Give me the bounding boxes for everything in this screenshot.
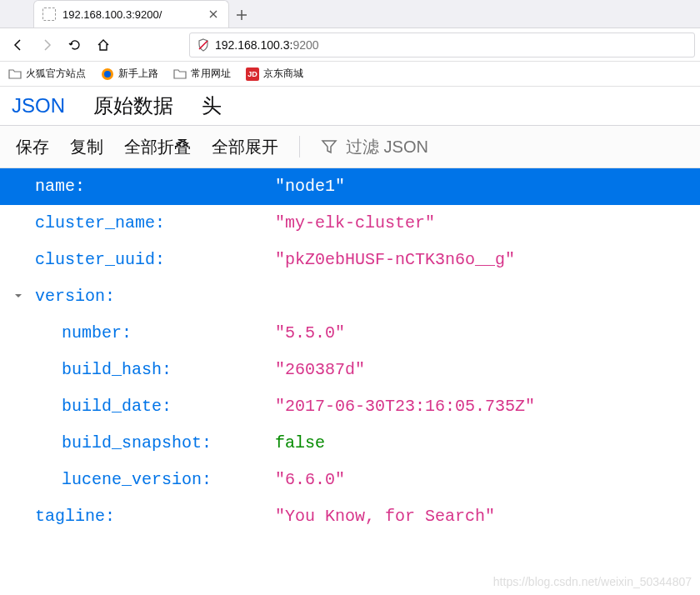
json-row[interactable]: lucene_version:"6.6.0" (0, 462, 700, 498)
chevron-down-icon[interactable] (13, 286, 23, 308)
bookmark-label: 新手上路 (118, 67, 158, 81)
tab-headers[interactable]: 头 (202, 92, 222, 119)
bookmark-item[interactable]: 新手上路 (101, 67, 158, 81)
viewer-tabs: JSON 原始数据 头 (0, 87, 700, 126)
url-text: 192.168.100.3:9200 (215, 38, 319, 52)
json-key: lucene_version: (62, 469, 275, 491)
bookmark-item[interactable]: 火狐官方站点 (8, 67, 86, 81)
json-row[interactable]: build_snapshot:false (0, 425, 700, 462)
json-row[interactable]: tagline:"You Know, for Search" (0, 498, 700, 535)
shield-icon (197, 38, 210, 52)
bookmarks-bar: 火狐官方站点 新手上路 常用网址 JD 京东商城 (0, 62, 700, 87)
json-row[interactable]: name:"node1" (0, 168, 700, 205)
json-value: "260387d" (275, 359, 365, 381)
forward-button[interactable] (33, 32, 60, 58)
json-key: build_hash: (62, 359, 275, 381)
json-row[interactable]: build_hash:"260387d" (0, 352, 700, 388)
folder-icon (173, 68, 187, 81)
watermark: https://blog.csdn.net/weixin_50344807 (493, 575, 692, 588)
json-content: name:"node1"cluster_name:"my-elk-cluster… (0, 168, 700, 535)
json-key: build_snapshot: (62, 432, 275, 454)
tab-json[interactable]: JSON (12, 94, 65, 118)
json-key: tagline: (35, 506, 275, 528)
json-key: build_date: (62, 396, 275, 418)
reload-button[interactable] (62, 32, 88, 58)
save-button[interactable]: 保存 (16, 136, 49, 158)
svg-point-2 (104, 71, 111, 78)
json-row[interactable]: cluster_uuid:"pkZ0ebHUSF-nCTK3n6o__g" (0, 242, 700, 278)
json-key: cluster_name: (35, 212, 275, 234)
toolbar-divider (299, 136, 300, 158)
json-key: number: (62, 322, 275, 344)
close-tab-icon[interactable] (207, 8, 220, 21)
json-row[interactable]: number:"5.5.0" (0, 315, 700, 352)
firefox-icon (101, 68, 114, 81)
filter-box (321, 138, 512, 157)
bookmark-label: 火狐官方站点 (26, 67, 86, 81)
json-value: "2017-06-30T23:16:05.735Z" (275, 396, 535, 418)
json-key: cluster_uuid: (35, 249, 275, 271)
copy-button[interactable]: 复制 (70, 136, 103, 158)
json-value: "You Know, for Search" (275, 506, 495, 528)
json-key: version: (35, 286, 275, 308)
tab-favicon (42, 8, 56, 21)
tab-title: 192.168.100.3:9200/ (62, 8, 200, 21)
json-value: "pkZ0ebHUSF-nCTK3n6o__g" (275, 249, 515, 271)
json-key: name: (35, 176, 275, 198)
filter-input[interactable] (346, 138, 512, 157)
tab-strip: 192.168.100.3:9200/ (0, 0, 700, 28)
json-value: "node1" (275, 176, 345, 198)
expand-all-button[interactable]: 全部展开 (212, 136, 278, 158)
json-row[interactable]: cluster_name:"my-elk-cluster" (0, 205, 700, 242)
json-value: "6.6.0" (275, 469, 345, 491)
tab-raw[interactable]: 原始数据 (93, 92, 173, 119)
back-button[interactable] (5, 32, 32, 58)
json-value: "my-elk-cluster" (275, 212, 435, 234)
url-bar[interactable]: 192.168.100.3:9200 (189, 32, 695, 58)
json-row[interactable]: version: (0, 278, 700, 315)
json-row[interactable]: build_date:"2017-06-30T23:16:05.735Z" (0, 388, 700, 425)
filter-icon (321, 138, 338, 155)
collapse-all-button[interactable]: 全部折叠 (124, 136, 191, 158)
bookmark-item[interactable]: 常用网址 (173, 67, 231, 81)
json-value: "5.5.0" (275, 322, 345, 344)
json-toolbar: 保存 复制 全部折叠 全部展开 (0, 126, 700, 168)
bookmark-item[interactable]: JD 京东商城 (246, 67, 303, 81)
new-tab-button[interactable] (229, 2, 254, 28)
bookmark-label: 京东商城 (263, 67, 303, 81)
json-value: false (275, 432, 325, 454)
browser-tab[interactable]: 192.168.100.3:9200/ (33, 0, 229, 28)
nav-bar: 192.168.100.3:9200 (0, 28, 700, 62)
bookmark-label: 常用网址 (191, 67, 231, 81)
folder-icon (8, 68, 22, 81)
home-button[interactable] (90, 32, 117, 58)
jd-icon: JD (246, 68, 259, 81)
